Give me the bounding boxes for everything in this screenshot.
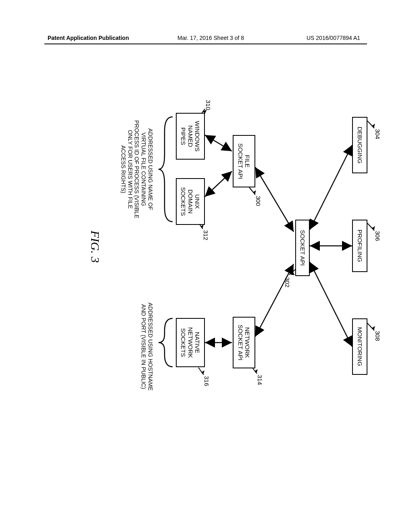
header-publication: Patent Application Publication [48,35,129,41]
ref-304: 304 [374,129,381,139]
profiling-box: PROFILING [352,220,367,272]
page: Patent Application Publication Mar. 17, … [0,0,413,532]
ref-312: 312 [202,230,209,240]
page-header: Patent Application Publication Mar. 17, … [0,35,413,44]
figure-label: FIG. 3 [88,231,102,263]
left-group-label: ADDRESSED USING NAME OF VIRTUAL FILE CON… [120,109,154,230]
socket-api-box: SOCKET API [295,220,310,276]
file-socket-api-box: FILE SOCKET API [233,135,255,187]
svg-line-16 [198,368,204,375]
header-sheet-info: Mar. 17, 2016 Sheet 3 of 8 [177,35,244,41]
ref-302: 302 [284,277,291,287]
ref-316: 316 [203,376,210,386]
svg-line-0 [310,145,352,230]
ref-310: 310 [205,100,212,110]
native-network-sockets-box: NATIVE NETWORK SOCKETS [176,318,205,367]
debugging-box: DEBUGGING [352,117,367,173]
svg-line-8 [367,121,374,128]
svg-line-9 [367,223,374,231]
monitoring-box: MONITORING [352,318,367,375]
svg-line-12 [249,187,255,195]
right-group-label: ADDRESSED USING HOSTNAME AND PORT (VISIB… [140,294,154,399]
svg-line-2 [310,262,352,347]
ref-308: 308 [374,331,381,341]
ref-300: 300 [255,196,262,206]
svg-line-4 [255,264,294,337]
ref-306: 306 [374,231,381,241]
network-socket-api-box: NETWORK SOCKET API [233,317,255,368]
svg-line-11 [289,269,296,275]
svg-line-10 [367,323,374,330]
unix-domain-sockets-box: UNIX DOMAIN SOCKETS [176,178,205,225]
svg-line-6 [205,171,232,197]
header-doc-number: US 2016/0077894 A1 [307,35,360,41]
diagram-canvas: DEBUGGING PROFILING MONITORING SOCKET AP… [21,93,384,403]
ref-314: 314 [257,375,263,385]
windows-named-pipes-box: WINDOWS NAMED PIPES [176,113,205,160]
svg-line-5 [205,135,232,151]
header-rule [44,44,367,44]
